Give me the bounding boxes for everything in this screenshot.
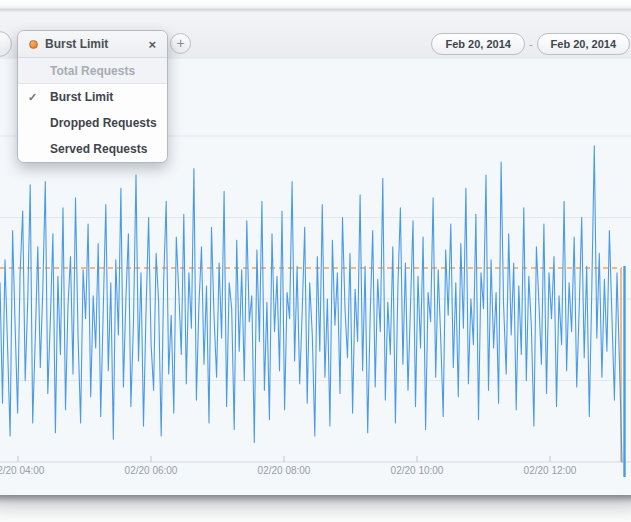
menu-item-burst-limit[interactable]: ✓ Burst Limit bbox=[18, 84, 167, 110]
checkmark-icon: ✓ bbox=[28, 84, 37, 110]
close-icon[interactable]: × bbox=[145, 37, 159, 52]
dashboard-screenshot: 02/20 04:0002/20 06:0002/20 08:0002/20 1… bbox=[0, 0, 631, 522]
menu-item-total-requests[interactable]: Total Requests bbox=[18, 58, 167, 84]
metric-tab-label: Burst Limit bbox=[45, 37, 145, 51]
x-axis-label: 02/20 04:00 bbox=[0, 465, 60, 476]
start-date-button[interactable]: Feb 20, 2014 bbox=[431, 33, 524, 55]
x-axis-label: 02/20 10:00 bbox=[375, 465, 459, 476]
metric-color-dot-icon bbox=[29, 40, 38, 49]
metric-tab[interactable]: Burst Limit × bbox=[18, 31, 167, 58]
add-tab-button[interactable]: + bbox=[170, 33, 191, 54]
x-axis-label: 02/20 12:00 bbox=[508, 465, 592, 476]
x-axis-label: 02/20 08:00 bbox=[242, 465, 326, 476]
end-date-button[interactable]: Feb 20, 2014 bbox=[537, 33, 630, 55]
menu-item-label: Burst Limit bbox=[50, 90, 113, 104]
date-range-picker: Feb 20, 2014 - Feb 20, 2014 bbox=[431, 33, 630, 55]
menu-item-served-requests[interactable]: Served Requests bbox=[18, 136, 167, 162]
date-range-separator: - bbox=[529, 38, 533, 50]
metric-tab-panel: Burst Limit × Total Requests ✓ Burst Lim… bbox=[17, 30, 168, 163]
menu-item-label: Served Requests bbox=[50, 142, 147, 156]
x-axis-label: 02/20 06:00 bbox=[109, 465, 193, 476]
menu-item-dropped-requests[interactable]: Dropped Requests bbox=[18, 110, 167, 136]
menu-item-label: Total Requests bbox=[50, 64, 135, 78]
menu-item-label: Dropped Requests bbox=[50, 116, 157, 130]
